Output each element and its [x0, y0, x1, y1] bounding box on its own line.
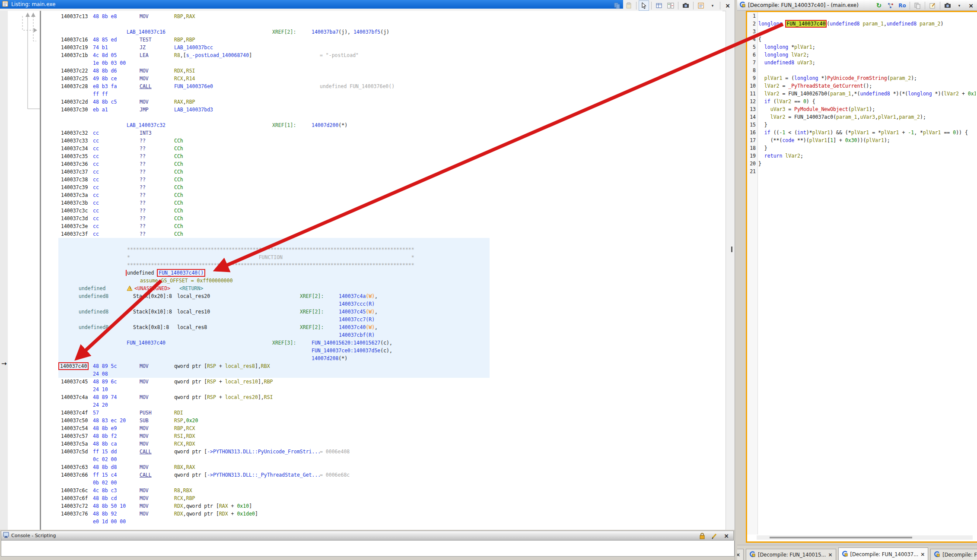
listing-row[interactable]: 140037c37cc??CCh — [41, 168, 722, 176]
edit-button[interactable] — [927, 0, 938, 11]
close-button[interactable]: × — [966, 0, 976, 11]
decompile-line[interactable]: if ((-1 < (int)*plVar1) && (*plVar1 = *p… — [758, 129, 976, 136]
edit-button[interactable] — [709, 531, 719, 541]
listing-row[interactable] — [41, 20, 722, 28]
listing-row[interactable]: 140037c5748 8b f2MOVRSI,RDX — [41, 432, 722, 440]
listing-row[interactable]: 140037c7648 8b 92MOVRDX,qword ptr [RDX +… — [41, 510, 722, 518]
lock-button[interactable] — [697, 531, 707, 541]
listing-row[interactable]: 140037c4048 89 5cMOVqword ptr [RSP + loc… — [41, 362, 722, 370]
edit-fields-button[interactable] — [654, 0, 664, 11]
scrollbar-thumb[interactable] — [770, 537, 912, 538]
close-icon[interactable]: × — [737, 552, 740, 558]
listing-row[interactable]: 140037c5048 83 ec 20SUBRSP,0x20 — [41, 417, 722, 424]
listing-row[interactable]: 140037c6f48 8b cdMOVRCX,RBP — [41, 494, 722, 502]
listing-row[interactable]: undefined!<UNASSIGNED><RETURN> — [41, 285, 722, 292]
menu-chevron[interactable]: ▾ — [954, 0, 964, 11]
listing-row[interactable]: ****************************************… — [41, 261, 722, 269]
listing-row[interactable]: 140037c5dff 15 ddCALLqword ptr [->PYTHON… — [41, 448, 722, 456]
cursor-tool-button[interactable] — [639, 0, 649, 11]
console-output[interactable] — [1, 541, 735, 557]
decompile-code[interactable]: longlong FUN_140037c40(undefined8 param_… — [758, 12, 976, 527]
snapshot-button[interactable] — [942, 0, 953, 11]
listing-row[interactable]: ff ff — [41, 90, 722, 98]
tab-partial[interactable]: × — [737, 549, 744, 560]
decompile-line[interactable] — [758, 12, 976, 20]
copy-button[interactable] — [912, 0, 923, 11]
decompile-line[interactable]: (**(code **)(plVar1[1] + 0x30))(plVar1); — [758, 136, 976, 144]
listing-row[interactable]: LAB_140037c32XREF[1]:14007d200(*) — [41, 121, 722, 129]
decompile-titlebar[interactable]: [Decompile: FUN_140037c40] - (main.exe) … — [737, 0, 977, 11]
listing-row[interactable]: 24 10 — [41, 386, 722, 393]
listing-row[interactable]: 140037c3ccc??CCh — [41, 207, 722, 215]
decompile-tab[interactable]: [Decompile: FUN_ — [930, 549, 977, 560]
listing-row[interactable]: 140037c34cc??CCh — [41, 145, 722, 152]
listing-row[interactable]: e0 1d 00 00 — [41, 518, 722, 525]
listing-row[interactable]: 140037c3fcc??CCh — [41, 230, 722, 238]
decompile-line[interactable]: { — [758, 35, 976, 43]
decompile-line[interactable]: longlong FUN_140037c40(undefined8 param_… — [758, 20, 976, 28]
listing-row[interactable] — [41, 238, 722, 246]
close-button[interactable]: × — [721, 531, 732, 541]
listing-row[interactable]: 140037c38cc??CCh — [41, 176, 722, 184]
re-decompile-button[interactable]: ↻ — [874, 0, 884, 11]
decompile-line[interactable]: } — [758, 144, 976, 152]
listing-row[interactable]: 140037c1648 85 edTESTRBP,RBP — [41, 36, 722, 44]
listing-row[interactable]: assume GS_OFFSET = 0xff00000000 — [41, 277, 722, 285]
listing-display-menu[interactable]: ▾ — [707, 0, 718, 11]
decompile-line[interactable]: return lVar2; — [758, 152, 976, 160]
listing-row[interactable]: 0b 02 00 — [41, 479, 722, 487]
decompile-line[interactable] — [758, 28, 976, 35]
decompile-line[interactable]: plVar1 = (longlong *)PyUnicode_FromStrin… — [758, 74, 976, 82]
listing-row[interactable]: 140037c3bcc??CCh — [41, 199, 722, 207]
decompile-line[interactable]: lVar2 = FUN_140037ac0(param_1,uVar3,plVa… — [758, 113, 976, 121]
listing-row[interactable]: 140037c32ccINT3 — [41, 129, 722, 137]
listing-row[interactable]: 140037c4f57PUSHRDI — [41, 409, 722, 417]
listing-row[interactable]: 140037c2248 8b d6MOVRDX,RSI — [41, 67, 722, 75]
decompile-tab[interactable]: [Decompile: FUN_140015...× — [746, 549, 836, 560]
listing-row[interactable]: 24 20 — [41, 401, 722, 409]
listing-row[interactable]: 140037c5448 8b e9MOVRBP,RCX — [41, 424, 722, 432]
listing-row[interactable]: 140037c3acc??CCh — [41, 191, 722, 199]
listing-row[interactable]: undefined8Stack[0x8]:8local_res8XREF[2]:… — [41, 323, 722, 331]
listing-row[interactable]: undefined8Stack[0x20]:8local_res20XREF[2… — [41, 292, 722, 300]
listing-row[interactable]: 140037c1b4c 8d 05LEAR8,[s_-postLoad_1400… — [41, 51, 722, 59]
listing-row[interactable]: 140037c3dcc??CCh — [41, 215, 722, 222]
listing-row[interactable]: 140037c6348 8b d8MOVRBX,RAX — [41, 463, 722, 471]
listing-row[interactable]: 140037c4a48 89 74MOVqword ptr [RSP + loc… — [41, 393, 722, 401]
listing-row[interactable]: FUN_140037ce0:140037d5e(c), — [41, 347, 722, 354]
listing-row[interactable]: 140037c2549 8b ceMOVRCX,R14 — [41, 75, 722, 82]
horizontal-scrollbar[interactable] — [757, 535, 973, 540]
decompile-line[interactable]: undefined8 uVar3; — [758, 59, 976, 66]
listing-row[interactable]: 14007d208(*) — [41, 354, 722, 362]
listing-row[interactable]: 24 08 — [41, 370, 722, 378]
listing-row[interactable]: undefined8Stack[0x10]:8local_res10XREF[2… — [41, 308, 722, 316]
decompile-line[interactable] — [758, 168, 976, 175]
listing-row[interactable]: 140037c1974 b1JZLAB_140037bcc — [41, 44, 722, 51]
listing-row[interactable]: 140037c7248 8b 50 10MOVRDX,qword ptr [RA… — [41, 502, 722, 510]
listing-row[interactable]: 140037c35cc??CCh — [41, 152, 722, 160]
listing-row[interactable]: 140037cbf(R) — [41, 331, 722, 339]
close-button[interactable]: × — [722, 0, 733, 11]
listing-row[interactable]: * FUNCTION * — [41, 253, 722, 261]
listing-row[interactable]: 0c 02 00 — [41, 456, 722, 463]
listing-row[interactable]: FUN_140037c40XREF[3]:FUN_140015620:14001… — [41, 339, 722, 347]
decompile-line[interactable]: } — [758, 160, 976, 168]
listing-row[interactable]: 140037c66ff 15 c4CALLqword ptr [->PYTHON… — [41, 471, 722, 479]
listing-row[interactable]: 140037c1348 8b e8MOVRBP,RAX — [41, 13, 722, 20]
decompile-line[interactable]: uVar3 = PyModule_NewObject(plVar1); — [758, 105, 976, 113]
listing-row[interactable]: 140037c30eb a1JMPLAB_140037bd3 — [41, 106, 722, 114]
listing-row[interactable]: 1e 0b 03 00 — [41, 59, 722, 67]
listing-row[interactable]: 140037c5a48 8b caMOVRCX,RDX — [41, 440, 722, 448]
snapshot-button[interactable] — [681, 0, 691, 11]
decompile-line[interactable]: longlong *plVar1; — [758, 43, 976, 51]
listing-row[interactable] — [41, 114, 722, 121]
decompile-line[interactable]: if (lVar2 == 0) { — [758, 98, 976, 105]
listing-row[interactable]: 140037c33cc??CCh — [41, 137, 722, 145]
listing-row[interactable]: 140037c6c4c 8b c3MOVR8,RBX — [41, 487, 722, 494]
diff-view-button[interactable] — [665, 0, 676, 11]
decompile-line[interactable]: longlong lVar2; — [758, 51, 976, 59]
listing-display-button[interactable] — [696, 0, 706, 11]
decompile-line[interactable]: lVar2 = FUN_1400267b0(param_1,*(undefine… — [758, 90, 976, 98]
decompile-line[interactable]: } — [758, 121, 976, 129]
listing-row[interactable]: 140037cc7(R) — [41, 316, 722, 323]
